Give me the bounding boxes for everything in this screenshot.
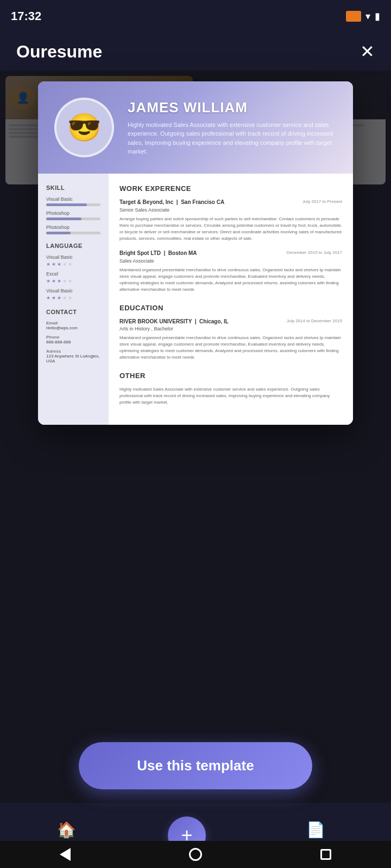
job-1-title: Senior Sales Associate <box>119 207 342 213</box>
resume-body: SKILL Visual Basic Photoshop Photoshop L… <box>38 174 353 425</box>
resume-tagline: Highly motivated Sales Associate with ex… <box>128 120 337 156</box>
resume-modal: 😎 JAMES WILLIAM Highly motivated Sales A… <box>38 81 353 425</box>
home-circle-icon <box>189 848 202 861</box>
other-desc: Highly motivated Sales Associate with ex… <box>119 386 342 406</box>
use-template-button[interactable]: Use this template <box>79 742 312 789</box>
job-2: Bright Spot LTD | Boston MA December 201… <box>119 250 342 293</box>
job-1-desc: Arrange buying parties and solicit spons… <box>119 216 342 242</box>
other-title: OTHER <box>119 372 342 380</box>
app-title: Ouresume <box>16 42 102 62</box>
sys-back-button[interactable] <box>54 847 76 862</box>
wifi-icon: ▾ <box>365 10 370 22</box>
resume-icon: 📄 <box>306 821 325 839</box>
language-section-title: LANGUAGE <box>46 242 100 249</box>
contact-address: Adress 123 Anywhere St LoAngles, USA <box>46 349 100 363</box>
skill-section-title: SKILL <box>46 184 100 191</box>
recent-square-icon <box>320 849 331 860</box>
lang-visual-basic-2: Visual Basic ★ ★ ★ ★ ★ <box>46 288 100 301</box>
home-icon: 🏠 <box>57 821 76 839</box>
edu-1: RIVER BROOK UNIVERSITY | Chicago, IL Jul… <box>119 318 342 361</box>
contact-email: Email Hello@wps.com <box>46 321 100 330</box>
edu-1-degree: Arts in History , Bachelor <box>119 326 342 331</box>
resume-photo: 😎 <box>54 98 114 157</box>
use-template-label: Use this template <box>137 757 254 774</box>
battery-icon: ▮ <box>375 10 380 22</box>
lang-excel: Excel ★ ★ ★ ★ ★ <box>46 271 100 284</box>
back-arrow-icon <box>60 848 71 861</box>
status-time: 17:32 <box>11 9 41 23</box>
modal-overlay: 😎 JAMES WILLIAM Highly motivated Sales A… <box>0 71 391 803</box>
job-1: Target & Beyond, Inc | San Franciso CA J… <box>119 199 342 242</box>
close-button[interactable]: ✕ <box>360 41 375 62</box>
skill-photoshop-2: Photoshop <box>46 225 100 234</box>
notification-icon <box>346 11 361 22</box>
job-2-title: Sales Associate <box>119 258 342 264</box>
system-nav-bar <box>0 841 391 868</box>
resume-main: WORK EXPERENCE Target & Beyond, Inc | Sa… <box>109 174 353 425</box>
skill-visual-basic: Visual Basic <box>46 196 100 206</box>
resume-name: JAMES WILLIAM <box>128 99 337 116</box>
resume-sidebar: SKILL Visual Basic Photoshop Photoshop L… <box>38 174 109 425</box>
resume-name-section: JAMES WILLIAM Highly motivated Sales Ass… <box>128 99 337 156</box>
edu-1-desc: Maintained organized presentable merchan… <box>119 335 342 361</box>
contact-phone: Phone 888-888-888 <box>46 335 100 344</box>
job-2-desc: Maintained organized presentable merchan… <box>119 267 342 293</box>
skill-photoshop-1: Photoshop <box>46 210 100 220</box>
sys-recent-button[interactable] <box>315 847 337 862</box>
resume-photo-emoji: 😎 <box>67 112 101 143</box>
cta-container: Use this template <box>79 742 312 789</box>
status-icons: ▾ ▮ <box>346 10 380 22</box>
contact-section-title: CONTACT <box>46 309 100 315</box>
education-title: EDUCATION <box>119 304 342 312</box>
status-bar: 17:32 ▾ ▮ <box>0 0 391 33</box>
resume-header: 😎 JAMES WILLIAM Highly motivated Sales A… <box>38 81 353 174</box>
sys-home-button[interactable] <box>185 847 206 862</box>
app-header: Ouresume ✕ <box>0 33 391 71</box>
work-experience-title: WORK EXPERENCE <box>119 184 342 193</box>
lang-visual-basic: Visual Basic ★ ★ ★ ★ ★ <box>46 254 100 267</box>
